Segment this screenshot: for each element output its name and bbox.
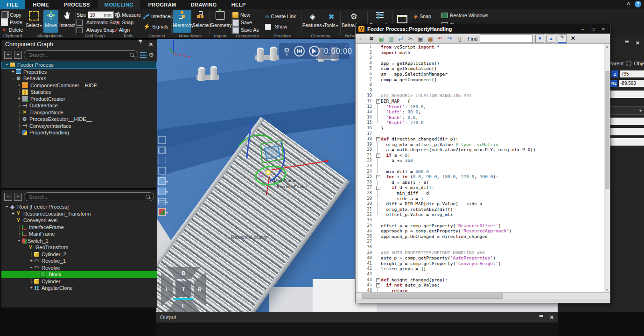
expander-icon[interactable]: − [10, 217, 16, 224]
find-next-button[interactable]: ▼ [535, 35, 544, 43]
collapse-all-button[interactable]: − [4, 193, 12, 201]
highlight-all-icon[interactable]: ✎ [558, 34, 567, 43]
property-dropdown[interactable] [605, 106, 644, 115]
import-script-icon[interactable]: ▤ [378, 35, 385, 42]
geometry-import-button[interactable]: Geometry [210, 10, 230, 28]
select-button[interactable]: Select▼ [26, 10, 42, 28]
expander-icon[interactable]: − [28, 265, 34, 272]
scrollbar-thumb[interactable] [605, 71, 609, 189]
paste-button[interactable]: Paste [1, 19, 24, 26]
output-content[interactable] [156, 322, 558, 336]
tree-item[interactable]: ├Cylinder [1, 278, 157, 285]
horizontal-scrollbar[interactable] [356, 292, 610, 299]
fold-gutter[interactable]: − [376, 98, 381, 104]
redo-icon[interactable]: ↷ [446, 35, 454, 42]
tab-modeling[interactable]: MODELING [98, 0, 140, 9]
features-button[interactable]: ◈ Features▼ [302, 10, 323, 28]
tree-item[interactable]: −◈Root [Feeder Process] [1, 203, 157, 210]
tab-program[interactable]: PROGRAM [141, 0, 182, 9]
wireframe-cube-icon[interactable] [158, 167, 166, 175]
vertical-scrollbar[interactable]: ▲ ▼ [604, 44, 610, 293]
window-titlebar[interactable]: V Feeder Process::PropertyHandling – □ ✕ [356, 24, 610, 34]
snap-tool-button[interactable]: ◎Snap [115, 19, 141, 26]
z-value-input[interactable]: 795 [620, 70, 644, 77]
selected-button[interactable]: Selected [192, 10, 208, 28]
fold-gutter[interactable]: − [376, 277, 381, 283]
tree-item[interactable]: ├✕TransportNode [1, 109, 157, 116]
fold-gutter[interactable]: − [376, 174, 381, 180]
restore-windows-button[interactable]: Restore Windows [441, 12, 493, 19]
delete-button[interactable]: ×Delete [1, 26, 24, 34]
move-button[interactable]: Move [43, 10, 58, 33]
tree-item[interactable]: ├InterfaceFrame [1, 224, 157, 231]
close-icon[interactable]: ✕ [149, 40, 153, 49]
expander-icon[interactable]: − [16, 238, 22, 245]
create-link-button[interactable]: ∞Create Link [265, 13, 300, 20]
expander-icon[interactable]: − [4, 203, 10, 210]
pin-icon[interactable] [539, 315, 543, 319]
pin-icon[interactable] [138, 40, 142, 44]
fold-gutter[interactable]: − [376, 153, 381, 158]
view-cube-right[interactable]: R [194, 273, 206, 306]
expander-icon[interactable]: − [22, 244, 28, 251]
parent-radio-label[interactable]: Parent [609, 61, 623, 66]
geometry-tools-button[interactable]: ✖ Tools▼ [324, 10, 339, 28]
code-area[interactable]: 1from vcScript import *2import math34app… [356, 44, 610, 293]
camera-mode-icon[interactable] [158, 188, 166, 195]
simulation-settings-gear-icon[interactable]: ⚙▼ [284, 47, 290, 56]
close-button[interactable]: ✕ [600, 27, 607, 32]
view-cube-left[interactable]: L [161, 273, 173, 306]
tree-item[interactable]: └Block [1, 271, 157, 278]
property-input[interactable] [607, 118, 644, 125]
origin-frame-icon[interactable] [158, 208, 166, 216]
tree-item[interactable]: ├MainFrame [1, 231, 157, 238]
fold-gutter[interactable]: − [376, 185, 381, 190]
align-button[interactable]: ∕∕Align [115, 26, 141, 34]
tree-item[interactable]: −YConveyorLevel [1, 217, 157, 224]
tab-process[interactable]: PROCESS [57, 0, 97, 9]
search-box[interactable] [24, 50, 138, 59]
script-editor-window[interactable]: V Feeder Process::PropertyHandling – □ ✕… [356, 24, 610, 303]
show-checkbox[interactable]: Show [265, 23, 300, 30]
render-mode-icon[interactable] [158, 177, 166, 185]
close-find-icon[interactable]: ✕ [569, 35, 577, 42]
view-cube-top[interactable]: T [175, 281, 191, 297]
property-input[interactable] [607, 91, 644, 98]
signals-button[interactable]: ⚡Signals [143, 23, 170, 30]
search-box[interactable] [24, 192, 154, 201]
collapse-all-button[interactable]: − [4, 51, 12, 59]
tree-item[interactable]: ├Statistics [1, 89, 157, 96]
new-button[interactable]: New [232, 11, 262, 19]
tree-item[interactable]: +YResourceLocation_Transform [1, 210, 157, 217]
tab-home[interactable]: HOME [27, 0, 56, 9]
find-previous-button[interactable]: ▲ [546, 35, 555, 43]
help-icon[interactable]: ? [635, 1, 641, 7]
tab-help[interactable]: HELP [225, 0, 252, 9]
scroll-up-icon[interactable]: ▲ [604, 44, 610, 49]
tree-item[interactable]: +ProductCreator [1, 96, 157, 103]
zoom-selected-icon[interactable] [158, 147, 166, 154]
tree-item[interactable]: ├⊣OutInterface [1, 102, 157, 109]
expander-icon[interactable]: + [10, 210, 16, 217]
tree-item[interactable]: −Switch_1 [1, 238, 157, 245]
copy-icon[interactable]: ▣ [417, 35, 424, 42]
maximize-button[interactable]: □ [589, 27, 597, 32]
fold-gutter[interactable]: − [376, 282, 381, 288]
tree-item[interactable]: ├⊣ConveyorInterface [1, 123, 157, 130]
expand-all-button[interactable]: + [14, 193, 22, 201]
pin-icon[interactable] [625, 41, 629, 45]
property-input[interactable] [607, 128, 644, 135]
debug-stop-icon[interactable]: ✖ [368, 35, 375, 42]
tree-item[interactable]: ├⚙ProcessExecutor__HIDE__ [1, 116, 157, 123]
tree-item[interactable]: −◠Revolve [1, 265, 157, 272]
view-cube-back[interactable]: B [167, 267, 200, 279]
undo-icon[interactable]: ↶ [436, 35, 444, 42]
settings-gear-icon[interactable]: ⚙ [148, 51, 154, 58]
gizmo-center-handle[interactable] [266, 170, 271, 175]
tree-item[interactable]: └PropertyHandling [1, 129, 157, 136]
minimize-button[interactable]: – [579, 27, 587, 32]
compare-icon[interactable]: ⇄ [397, 35, 405, 42]
tree-item[interactable]: +AngularClone [1, 285, 157, 292]
close-simbar-icon[interactable]: x [345, 43, 347, 48]
expander-icon[interactable]: + [16, 96, 22, 103]
